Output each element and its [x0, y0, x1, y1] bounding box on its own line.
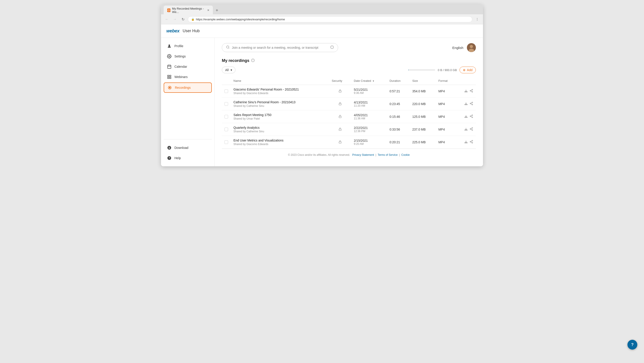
recording-name[interactable]: Sales Report Meeting 1750 — [234, 113, 326, 117]
tab-title: My Recorded Meetings - We... — [172, 7, 206, 14]
avatar[interactable] — [467, 43, 476, 52]
address-bar[interactable]: 🔒 https://example.webex.com/webappng/sit… — [188, 16, 472, 22]
sidebar-item-download[interactable]: Download — [164, 143, 212, 152]
row-checkbox-5[interactable] — [224, 140, 228, 144]
row-checkbox-4[interactable] — [224, 128, 228, 131]
download-recording-icon[interactable] — [464, 140, 468, 144]
filter-dropdown[interactable]: All ▾ — [222, 67, 236, 73]
webex-logo-text: webex — [166, 28, 180, 33]
svg-point-46 — [472, 117, 473, 118]
svg-point-53 — [472, 130, 473, 131]
row-checkbox-3[interactable] — [224, 115, 228, 118]
svg-point-38 — [470, 103, 471, 104]
sidebar-item-settings[interactable]: Settings — [164, 52, 212, 61]
sidebar-item-recordings[interactable]: Recordings — [164, 82, 212, 93]
share-recording-icon[interactable] — [470, 114, 473, 119]
row-name-cell: Sales Report Meeting 1750 Shared by Umar… — [231, 110, 329, 123]
svg-point-32 — [472, 91, 473, 92]
row-security-cell — [329, 85, 351, 98]
row-format-cell: MP4 — [436, 136, 456, 149]
svg-rect-42 — [339, 116, 342, 118]
row-actions-cell — [456, 110, 476, 123]
svg-point-13 — [169, 87, 170, 88]
recording-name[interactable]: Quarterly Analytics — [234, 126, 326, 129]
sidebar-item-calendar-label: Calendar — [174, 65, 187, 68]
search-info-icon[interactable] — [330, 45, 334, 50]
storage-text: 0 B / 900.0 GB — [438, 68, 457, 72]
row-name-cell: End User Metrics and Visualizations Shar… — [231, 136, 329, 149]
main-layout: Profile Settings — [161, 38, 483, 166]
row-security-cell — [329, 110, 351, 123]
share-recording-icon[interactable] — [470, 89, 473, 93]
sidebar-item-profile[interactable]: Profile — [164, 41, 212, 51]
webex-wordmark: webex — [166, 28, 180, 33]
recording-time: 9:20 AM — [354, 142, 384, 145]
footer: © 2023 Cisco and/or its affiliates. All … — [222, 149, 476, 161]
recording-name[interactable]: Catherine Sinu's Personal Room - 2021041… — [234, 100, 326, 104]
svg-line-40 — [471, 104, 472, 104]
add-label: Add — [467, 68, 472, 72]
svg-point-59 — [470, 141, 471, 142]
recordings-table: Name Security Date Created ▾ Duration Si… — [222, 77, 476, 149]
recording-name[interactable]: Giacomo Edwards' Personal Room - 2021052… — [234, 88, 326, 91]
webinars-icon — [167, 74, 172, 79]
reload-button[interactable]: ↻ — [180, 16, 186, 22]
row-size-cell: 225.0 MB — [410, 136, 436, 149]
sidebar-item-webinars[interactable]: Webinars — [164, 72, 212, 82]
svg-line-18 — [228, 48, 229, 48]
add-recording-button[interactable]: ⊕ Add — [460, 67, 476, 73]
recording-time: 11:20 AM — [354, 104, 384, 107]
share-recording-icon[interactable] — [470, 102, 473, 106]
date-column-header[interactable]: Date Created ▾ — [351, 77, 387, 85]
recording-date: 2/22/2021 — [354, 126, 384, 130]
share-recording-icon[interactable] — [470, 127, 473, 132]
row-checkbox-1[interactable] — [224, 89, 228, 93]
terms-link[interactable]: Terms of Service — [378, 153, 398, 156]
download-recording-icon[interactable] — [464, 114, 468, 119]
sidebar-item-help[interactable]: ? Help — [164, 153, 212, 163]
chevron-down-icon: ▾ — [230, 68, 232, 72]
svg-point-17 — [226, 46, 229, 48]
privacy-link[interactable]: Privacy Statement — [352, 153, 374, 156]
search-icon — [226, 45, 230, 50]
sidebar: Profile Settings — [161, 38, 215, 166]
row-format-cell: MP4 — [436, 110, 456, 123]
search-box[interactable] — [222, 43, 338, 52]
sidebar-item-recordings-label: Recordings — [175, 86, 191, 89]
name-column-header[interactable]: Name — [231, 77, 329, 85]
svg-line-33 — [471, 91, 472, 92]
section-info-icon[interactable] — [251, 58, 255, 63]
search-input[interactable] — [232, 46, 327, 49]
tab-favicon — [167, 8, 170, 12]
sidebar-item-settings-label: Settings — [174, 54, 186, 58]
row-name-cell: Giacomo Edwards' Personal Room - 2021052… — [231, 85, 329, 98]
browser-menu-button[interactable]: ⋮ — [474, 16, 480, 22]
sidebar-item-calendar[interactable]: Calendar — [164, 62, 212, 71]
svg-point-30 — [472, 89, 473, 90]
back-button[interactable]: ← — [164, 16, 170, 22]
language-selector[interactable]: English — [452, 46, 463, 50]
svg-point-60 — [472, 142, 473, 143]
recording-name[interactable]: End User Metrics and Visualizations — [234, 139, 326, 142]
download-recording-icon[interactable] — [464, 102, 468, 106]
recording-time: 12:36 PM — [354, 130, 384, 133]
row-duration-cell: 0:33:56 — [387, 123, 410, 136]
tab-close-button[interactable]: × — [207, 8, 209, 12]
recording-shared-by: Shared by Giacomo Edwards — [234, 143, 326, 146]
recording-shared-by: Shared by Catherine Sinu — [234, 104, 326, 107]
svg-point-3 — [169, 56, 170, 57]
active-tab[interactable]: My Recorded Meetings - We... × — [164, 5, 213, 15]
new-tab-button[interactable]: + — [214, 7, 220, 13]
row-format-cell: MP4 — [436, 123, 456, 136]
format-column-header: Format — [436, 77, 456, 85]
security-column-header: Security — [329, 77, 351, 85]
row-checkbox-2[interactable] — [224, 102, 228, 106]
cookie-link[interactable]: Cookie — [402, 153, 410, 156]
download-recording-icon[interactable] — [464, 127, 468, 132]
sidebar-item-webinars-label: Webinars — [174, 75, 188, 79]
share-recording-icon[interactable] — [470, 140, 473, 144]
forward-button[interactable]: → — [172, 16, 178, 22]
svg-rect-35 — [339, 103, 342, 105]
download-recording-icon[interactable] — [464, 89, 468, 93]
svg-rect-4 — [168, 65, 171, 68]
